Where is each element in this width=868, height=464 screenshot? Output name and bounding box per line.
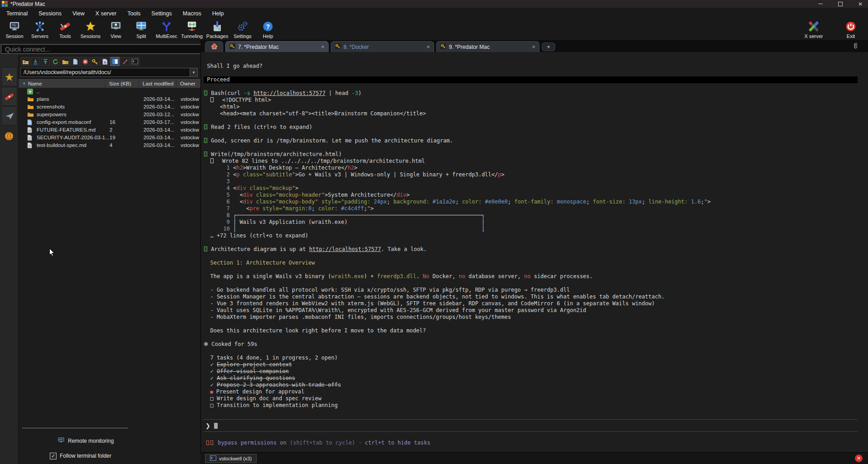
terminal-line [204,131,858,137]
tab-7-predator-mac[interactable]: 7. *Predator Mac× [225,41,329,52]
menu-item-terminal[interactable]: Terminal [6,10,28,17]
maximize-button[interactable] [837,1,844,7]
new-tab-button[interactable]: + [542,43,555,51]
tab-close-icon[interactable]: × [532,43,535,50]
tab-label: 8. *Docker [343,44,424,50]
toolbar-view-button[interactable]: View [103,19,129,39]
tab-9-predator-mac[interactable]: 9. *Predator Mac× [436,41,539,52]
toolbar-packages-button[interactable]: Packages [205,19,230,39]
file-toolbar-upload-button[interactable] [41,57,50,66]
close-button[interactable]: ✕ [857,1,863,7]
star-icon [85,20,96,33]
checkbox-icon[interactable]: ✓ [50,453,57,459]
toolbar-help-button[interactable]: ?Help [255,19,281,39]
home-tab[interactable] [205,41,223,52]
file-row-screenshots[interactable]: screenshots2026-03-14...vstockw [19,103,200,111]
terminal-line: ✓ Explore project context [204,361,858,368]
toolbar-servers-label: Servers [31,33,48,39]
file-row-superpowers[interactable]: superpowers2026-03-12...vstockw [19,111,200,118]
sidebar-favorites-star-icon[interactable]: ★ [1,68,17,86]
file-row-future-features-md[interactable]: FUTURE-FEATURES.md22026-03-14...vstockw [19,126,200,134]
tab-label: 7. *Predator Mac [238,44,318,50]
toolbar-session-button[interactable]: Session [2,19,27,39]
terminal-line: Proceed [204,76,858,83]
split-icon [135,20,147,33]
toolbar-tools-button[interactable]: Tools [52,19,78,39]
file-toolbar-refresh-button[interactable] [51,57,60,66]
file-row-[interactable]: .. [19,88,200,95]
file-table-header: ▼NameSize (KB)Last modifiedOwner [19,79,200,88]
toolbar-servers-button[interactable]: Servers [27,19,52,39]
toolbar-sessions-button[interactable]: Sessions [78,19,103,39]
file-modified: 2026-03-14... [143,103,174,111]
menu-item-view[interactable]: View [72,10,85,17]
tab-close-icon[interactable]: × [426,43,430,50]
file-owner: vstockw [181,134,199,142]
file-row-plans[interactable]: plans2026-03-14...vstockw [19,95,200,103]
terminal-pane[interactable]: Shall I go ahead? Proceed Bash(curl -s h… [200,52,868,452]
file-name: plans [37,95,49,103]
menu-item-x-server[interactable]: X server [95,10,117,17]
follow-terminal-folder-checkbox[interactable]: ✓ Follow terminal folder [50,451,111,461]
terminal-line: Write(/tmp/brainstorm/architecture.html) [204,151,858,158]
file-toolbar-new-file-button[interactable] [71,57,80,66]
paperclip-icon[interactable] [853,42,858,51]
path-dropdown-button[interactable]: ▼ [190,68,198,77]
sidebar-swiss-knife-icon[interactable] [1,87,17,106]
column-header-name[interactable]: ▼Name [19,80,105,88]
terminal-line: 9 │ Wails v3 Application (wraith.exe) │ [204,219,858,226]
remote-monitoring-label: Remote monitoring [68,438,114,444]
toolbar-sessions-label: Sessions [81,33,101,39]
file-toolbar-split-view-button[interactable] [110,57,119,66]
menu-item-help[interactable]: Help [212,10,224,17]
column-header-last-modified[interactable]: Last modified [139,80,176,88]
prompt-input-box[interactable]: ❯ [204,419,858,432]
file-toolbar-new-folder-button[interactable] [61,57,70,66]
terminal-line: 3 [204,178,858,185]
session-tab-vstockwell[interactable]: vstockwell (x3) [205,454,257,463]
file-toolbar-parent-folder-button[interactable] [21,57,30,66]
menu-item-tools[interactable]: Tools [127,10,140,17]
file-toolbar-delete-button[interactable] [81,57,90,66]
toolbar-tunneling-button[interactable]: Tunneling [179,19,205,39]
minimize-button[interactable] [817,1,824,7]
sidebar-icon-strip: ★ [0,55,18,464]
terminal-line: 1 <h2>Wraith Desktop — Architecture</h2> [204,165,858,171]
settings-icon [237,20,248,33]
file-row-config-export-mobaconf[interactable]: config-export.mobaconf162026-03-17...vst… [19,118,200,126]
path-input[interactable]: /Users/vstockwell/repos/wraith/docs/ [20,68,190,77]
toolbar-session-label: Session [5,33,23,39]
toolbar-settings-button[interactable]: Settings [230,19,255,39]
terminal-line [204,83,858,90]
remote-monitoring-button[interactable]: Remote monitoring [58,436,114,446]
sidebar-paper-plane-icon[interactable] [1,107,17,125]
file-row-security-audit-2026-03-1[interactable]: SECURITY-AUDIT-2026-03-1...192026-03-14.… [19,134,200,142]
toolbar-multiexec-button[interactable]: MultiExec [154,19,179,39]
tab-close-icon[interactable]: × [321,43,324,50]
toolbar-exit-button[interactable]: Exit [838,19,863,39]
terminal-line: 7 <pre style="margin:0; color: #c4c4ff;"… [204,205,858,212]
file-toolbar-terminal-button[interactable] [130,57,139,66]
close-terminal-button[interactable]: ✕ [855,455,863,462]
column-header-owner[interactable]: Owner [176,80,201,88]
column-header-size-kb[interactable]: Size (KB) [105,80,139,88]
file-name: SECURITY-AUDIT-2026-03-1... [37,134,110,142]
sidebar-globe-icon[interactable] [1,127,16,145]
menu-item-sessions[interactable]: Sessions [38,10,62,17]
tab-8-docker[interactable]: 8. *Docker× [331,41,434,52]
file-toolbar-wizard-button[interactable] [120,57,129,66]
toolbar-split-button[interactable]: Split [129,19,154,39]
file-toolbar-key-button[interactable] [91,57,100,66]
terminal-line: - Vault uses SQLite in %APPDATA%\Wraith\… [204,307,858,314]
sort-arrow-icon: ▼ [22,81,26,86]
file-toolbar-download-button[interactable] [31,57,40,66]
menu-item-macros[interactable]: Macros [183,10,201,17]
terminal-line [204,253,858,260]
quick-connect-input[interactable] [1,44,203,54]
toolbar-x-server-button[interactable]: X server [801,19,826,39]
menu-item-settings[interactable]: Settings [152,10,172,17]
file-row-test-buildout-spec-md[interactable]: test-buildout-spec.md42026-03-14...vstoc… [19,142,200,149]
file-toolbar-rename-button[interactable]: A [100,57,110,66]
title-bar: *Predator Mac ✕ [0,0,868,8]
terminal-line [204,144,858,151]
